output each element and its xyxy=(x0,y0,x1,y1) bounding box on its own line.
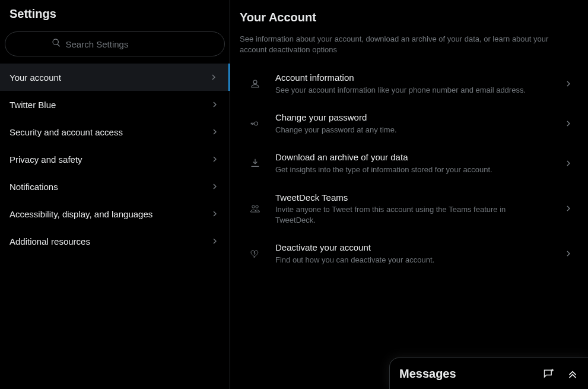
option-sublabel: Get insights into the type of informatio… xyxy=(275,163,530,175)
chevron-right-icon xyxy=(558,158,574,169)
sidebar-item-label: Security and account access xyxy=(9,127,123,137)
sidebar-item-label: Your account xyxy=(9,72,61,83)
chevron-right-icon xyxy=(558,203,574,214)
option-label: TweetDeck Teams xyxy=(275,192,558,204)
chevron-right-icon xyxy=(209,181,220,192)
sidebar-item-security[interactable]: Security and account access xyxy=(0,118,230,146)
heart-broken-icon xyxy=(244,248,266,259)
sidebar-item-privacy[interactable]: Privacy and safety xyxy=(0,146,230,173)
chevron-right-icon xyxy=(209,126,220,137)
sidebar-item-label: Privacy and safety xyxy=(9,154,82,165)
option-label: Account information xyxy=(275,72,558,84)
option-label: Change your password xyxy=(275,112,558,124)
new-message-icon[interactable] xyxy=(543,368,555,379)
chevron-right-icon xyxy=(209,208,220,219)
settings-sidebar: Settings Your account Twitter Blue Secur… xyxy=(0,0,230,389)
option-label: Deactivate your account xyxy=(275,242,558,254)
sidebar-item-notifications[interactable]: Notifications xyxy=(0,173,230,200)
search-settings[interactable] xyxy=(5,31,225,56)
expand-drawer-icon[interactable] xyxy=(567,368,579,379)
option-tweetdeck-teams[interactable]: TweetDeck Teams Invite anyone to Tweet f… xyxy=(240,184,579,234)
option-change-password[interactable]: Change your password Change your passwor… xyxy=(240,103,579,143)
option-sublabel: Invite anyone to Tweet from this account… xyxy=(275,203,530,225)
option-sublabel: Change your password at any time. xyxy=(275,124,530,135)
option-download-archive[interactable]: Download an archive of your data Get ins… xyxy=(240,143,579,183)
option-sublabel: See your account information like your p… xyxy=(275,84,530,96)
key-icon xyxy=(244,118,266,129)
chevron-right-icon xyxy=(208,72,219,83)
people-icon xyxy=(244,203,266,214)
chevron-right-icon xyxy=(558,118,574,129)
person-icon xyxy=(244,78,266,89)
sidebar-item-label: Additional resources xyxy=(9,236,90,246)
sidebar-item-your-account[interactable]: Your account xyxy=(0,64,230,91)
chevron-right-icon xyxy=(558,78,574,89)
chevron-right-icon xyxy=(209,236,220,246)
option-label: Download an archive of your data xyxy=(275,151,558,163)
sidebar-item-label: Notifications xyxy=(9,182,58,192)
sidebar-item-label: Accessibility, display, and languages xyxy=(9,209,152,219)
messages-drawer[interactable]: Messages xyxy=(389,358,588,389)
messages-title: Messages xyxy=(399,367,543,381)
chevron-right-icon xyxy=(209,99,220,110)
option-account-information[interactable]: Account information See your account inf… xyxy=(240,64,579,103)
option-deactivate-account[interactable]: Deactivate your account Find out how you… xyxy=(240,233,579,273)
chevron-right-icon xyxy=(558,248,574,259)
main-panel: Your Account See information about your … xyxy=(230,0,588,389)
page-title: Your Account xyxy=(240,7,579,34)
download-icon xyxy=(244,158,266,169)
sidebar-item-accessibility[interactable]: Accessibility, display, and languages xyxy=(0,200,230,227)
settings-title: Settings xyxy=(0,0,230,26)
sidebar-item-additional-resources[interactable]: Additional resources xyxy=(0,227,230,255)
option-sublabel: Find out how you can deactivate your acc… xyxy=(275,254,530,265)
search-icon xyxy=(52,38,61,50)
chevron-right-icon xyxy=(209,154,220,165)
page-description: See information about your account, down… xyxy=(240,34,572,64)
sidebar-item-label: Twitter Blue xyxy=(9,100,56,110)
sidebar-item-twitter-blue[interactable]: Twitter Blue xyxy=(0,91,230,118)
search-input[interactable] xyxy=(66,39,179,49)
